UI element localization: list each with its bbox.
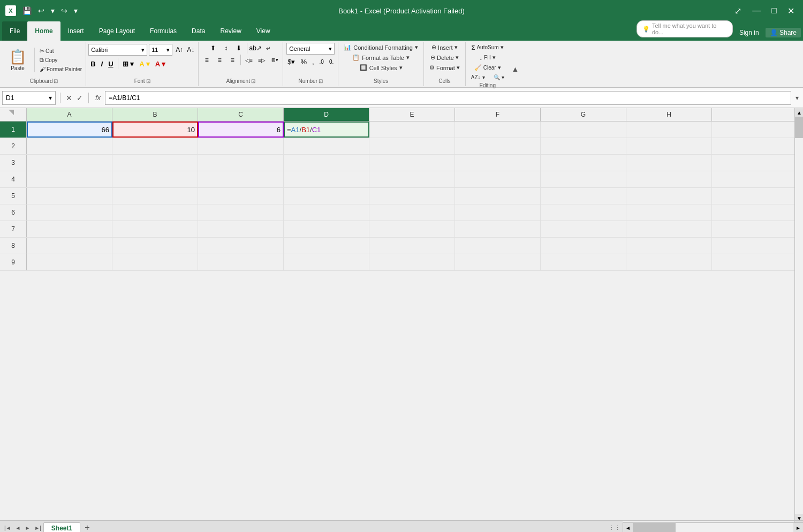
- align-bottom-button[interactable]: ⬇: [233, 43, 245, 54]
- cell-c1[interactable]: 6: [198, 121, 284, 138]
- cell-c7[interactable]: [198, 221, 284, 237]
- cell-h7[interactable]: [626, 221, 712, 237]
- cell-f2[interactable]: [455, 138, 541, 154]
- col-header-h[interactable]: H: [626, 108, 712, 121]
- cell-a3[interactable]: [27, 155, 112, 171]
- save-button[interactable]: 💾: [20, 5, 34, 16]
- sheet-nav-prev[interactable]: ◄: [13, 524, 23, 532]
- name-box-dropdown-icon[interactable]: ▾: [49, 94, 52, 102]
- format-painter-button[interactable]: 🖌 Format Painter: [38, 65, 84, 73]
- cell-f3[interactable]: [455, 155, 541, 171]
- cell-e8[interactable]: [369, 238, 455, 254]
- cell-c8[interactable]: [198, 238, 284, 254]
- maximize-button[interactable]: □: [768, 5, 780, 17]
- row-header-4[interactable]: 4: [0, 171, 27, 187]
- text-orientation-button[interactable]: ab↗: [249, 43, 261, 54]
- font-name-dropdown-icon[interactable]: ▾: [141, 47, 145, 54]
- cell-a9[interactable]: [27, 254, 112, 270]
- cell-e1[interactable]: [369, 121, 455, 138]
- find-select-button[interactable]: 🔍 ▾: [490, 73, 507, 81]
- decrease-indent-button[interactable]: ◁≡: [243, 55, 255, 65]
- clear-dropdown[interactable]: ▾: [498, 64, 501, 71]
- cell-g1[interactable]: [541, 121, 626, 138]
- cell-b2[interactable]: [112, 138, 198, 154]
- fill-color-button[interactable]: A ▾: [137, 59, 152, 69]
- cell-g8[interactable]: [541, 238, 626, 254]
- undo-button[interactable]: ↩: [36, 5, 47, 16]
- cell-d1[interactable]: = A1 / B1 / C1: [284, 121, 369, 138]
- cell-c4[interactable]: [198, 171, 284, 187]
- cell-e6[interactable]: [369, 204, 455, 221]
- row-header-3[interactable]: 3: [0, 155, 27, 171]
- sheet-context-icon[interactable]: ⋮⋮: [609, 525, 620, 531]
- cell-f1[interactable]: [455, 121, 541, 138]
- row-header-7[interactable]: 7: [0, 221, 27, 237]
- cell-h2[interactable]: [626, 138, 712, 154]
- cell-h8[interactable]: [626, 238, 712, 254]
- comma-button[interactable]: ,: [310, 57, 316, 66]
- cell-b4[interactable]: [112, 171, 198, 187]
- underline-button[interactable]: U: [106, 59, 115, 69]
- delete-cells-button[interactable]: ⊖ Delete ▾: [427, 53, 462, 62]
- cell-e7[interactable]: [369, 221, 455, 237]
- tab-page-layout[interactable]: Page Layout: [92, 21, 142, 41]
- cell-g2[interactable]: [541, 138, 626, 154]
- cell-e2[interactable]: [369, 138, 455, 154]
- confirm-formula-icon[interactable]: ✓: [75, 93, 84, 103]
- borders-button[interactable]: ⊞ ▾: [120, 59, 137, 69]
- font-size-box[interactable]: 11 ▾: [149, 44, 172, 56]
- cell-f8[interactable]: [455, 238, 541, 254]
- undo-dropdown[interactable]: ▾: [49, 5, 57, 16]
- autosum-dropdown[interactable]: ▾: [501, 44, 504, 51]
- cell-g4[interactable]: [541, 171, 626, 187]
- cell-f6[interactable]: [455, 204, 541, 221]
- cell-d9[interactable]: [284, 254, 369, 270]
- tab-home[interactable]: Home: [27, 21, 60, 41]
- cell-f5[interactable]: [455, 188, 541, 204]
- add-sheet-button[interactable]: +: [81, 522, 93, 532]
- clear-button[interactable]: 🧹 Clear ▾: [471, 63, 504, 72]
- font-shrink-button[interactable]: A↓: [185, 45, 196, 54]
- cell-a6[interactable]: [27, 204, 112, 221]
- col-header-b[interactable]: B: [112, 108, 198, 121]
- cell-g5[interactable]: [541, 188, 626, 204]
- col-header-a[interactable]: A: [27, 108, 112, 121]
- cell-a8[interactable]: [27, 238, 112, 254]
- cell-d2[interactable]: [284, 138, 369, 154]
- scroll-left-button[interactable]: ◄: [623, 523, 633, 532]
- row-header-1[interactable]: 1: [0, 121, 27, 138]
- align-right-button[interactable]: ≡: [226, 55, 238, 65]
- cell-e5[interactable]: [369, 188, 455, 204]
- col-header-g[interactable]: G: [541, 108, 626, 121]
- cut-button[interactable]: ✂ Cut: [38, 47, 84, 55]
- decrease-decimal-button[interactable]: .0: [317, 57, 326, 66]
- cell-c9[interactable]: [198, 254, 284, 270]
- cell-f4[interactable]: [455, 171, 541, 187]
- cell-styles-dropdown[interactable]: ▾: [399, 64, 403, 71]
- sheet-tab-sheet1[interactable]: Sheet1: [43, 522, 80, 533]
- copy-button[interactable]: ⧉ Copy: [38, 56, 84, 64]
- cell-styles-button[interactable]: 🔲 Cell Styles ▾: [357, 63, 406, 72]
- autosum-button[interactable]: Σ AutoSum ▾: [468, 43, 507, 52]
- cell-g9[interactable]: [541, 254, 626, 270]
- v-scroll-track[interactable]: [795, 117, 803, 514]
- cell-h1[interactable]: [626, 121, 712, 138]
- name-box[interactable]: D1 ▾: [2, 91, 56, 105]
- cell-c6[interactable]: [198, 204, 284, 221]
- cancel-formula-icon[interactable]: ✕: [65, 93, 73, 103]
- font-size-dropdown-icon[interactable]: ▾: [166, 47, 170, 54]
- align-top-button[interactable]: ⬆: [207, 43, 219, 54]
- cell-b1[interactable]: 10: [112, 121, 198, 138]
- scroll-up-button[interactable]: ▲: [795, 108, 803, 117]
- cell-e9[interactable]: [369, 254, 455, 270]
- row-header-5[interactable]: 5: [0, 188, 27, 204]
- cell-f7[interactable]: [455, 221, 541, 237]
- percent-button[interactable]: %: [298, 57, 309, 66]
- align-center-button[interactable]: ≡: [214, 55, 225, 65]
- insert-cells-dropdown[interactable]: ▾: [454, 44, 458, 51]
- font-grow-button[interactable]: A↑: [174, 45, 185, 54]
- minimize-button[interactable]: —: [749, 5, 764, 17]
- fill-dropdown[interactable]: ▾: [493, 54, 496, 61]
- align-middle-button[interactable]: ↕: [220, 43, 232, 54]
- conditional-formatting-button[interactable]: 📊 Conditional Formatting ▾: [340, 43, 421, 52]
